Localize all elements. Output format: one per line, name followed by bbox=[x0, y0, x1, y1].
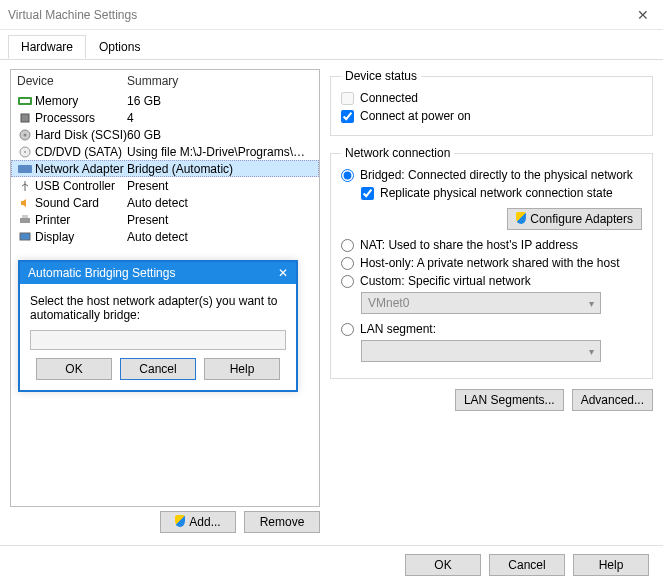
window-title: Virtual Machine Settings bbox=[8, 8, 631, 22]
tab-hardware[interactable]: Hardware bbox=[8, 35, 86, 59]
radio-hostonly[interactable]: Host-only: A private network shared with… bbox=[341, 254, 642, 272]
sound-icon bbox=[17, 196, 33, 210]
modal-ok-button[interactable]: OK bbox=[36, 358, 112, 380]
dialog-footer: OK Cancel Help bbox=[0, 545, 663, 584]
connect-power-checkbox[interactable]: Connect at power on bbox=[341, 107, 642, 125]
replicate-checkbox[interactable]: Replicate physical network connection st… bbox=[361, 184, 642, 202]
col-summary: Summary bbox=[127, 74, 178, 88]
add-button[interactable]: Add... bbox=[160, 511, 236, 533]
row-harddisk[interactable]: Hard Disk (SCSI)60 GB bbox=[11, 126, 319, 143]
row-cddvd[interactable]: CD/DVD (SATA)Using file M:\J-Drive\Progr… bbox=[11, 143, 319, 160]
row-network[interactable]: Network AdapterBridged (Automatic) bbox=[11, 160, 319, 177]
net-legend: Network connection bbox=[341, 146, 454, 160]
tab-strip: Hardware Options bbox=[0, 29, 663, 60]
display-icon bbox=[17, 230, 33, 244]
printer-icon bbox=[17, 213, 33, 227]
row-processors[interactable]: Processors4 bbox=[11, 109, 319, 126]
help-button[interactable]: Help bbox=[573, 554, 649, 576]
tab-options[interactable]: Options bbox=[86, 35, 153, 59]
cancel-button[interactable]: Cancel bbox=[489, 554, 565, 576]
network-icon bbox=[17, 162, 33, 176]
modal-text: Select the host network adapter(s) you w… bbox=[30, 294, 286, 322]
col-device: Device bbox=[17, 74, 127, 88]
list-header: Device Summary bbox=[11, 70, 319, 92]
radio-lansegment[interactable]: LAN segment: bbox=[341, 320, 642, 338]
modal-help-button[interactable]: Help bbox=[204, 358, 280, 380]
svg-rect-9 bbox=[22, 215, 28, 218]
chevron-down-icon: ▾ bbox=[589, 346, 594, 357]
ok-button[interactable]: OK bbox=[405, 554, 481, 576]
connected-checkbox[interactable]: Connected bbox=[341, 89, 642, 107]
lan-segments-button[interactable]: LAN Segments... bbox=[455, 389, 564, 411]
network-connection-group: Network connection Bridged: Connected di… bbox=[330, 146, 653, 379]
shield-icon bbox=[516, 212, 526, 227]
bridging-modal: Automatic Bridging Settings ✕ Select the… bbox=[18, 260, 298, 392]
modal-close-icon[interactable]: ✕ bbox=[278, 266, 288, 280]
cpu-icon bbox=[17, 111, 33, 125]
adapter-list-input[interactable] bbox=[30, 330, 286, 350]
row-usb[interactable]: USB ControllerPresent bbox=[11, 177, 319, 194]
memory-icon bbox=[17, 94, 33, 108]
modal-cancel-button[interactable]: Cancel bbox=[120, 358, 196, 380]
svg-point-6 bbox=[24, 151, 26, 153]
disk-icon bbox=[17, 128, 33, 142]
advanced-button[interactable]: Advanced... bbox=[572, 389, 653, 411]
modal-title: Automatic Bridging Settings bbox=[28, 266, 175, 280]
close-icon[interactable]: ✕ bbox=[631, 7, 655, 23]
row-display[interactable]: DisplayAuto detect bbox=[11, 228, 319, 245]
svg-rect-2 bbox=[21, 114, 29, 122]
svg-point-4 bbox=[24, 133, 27, 136]
device-status-group: Device status Connected Connect at power… bbox=[330, 69, 653, 136]
row-sound[interactable]: Sound CardAuto detect bbox=[11, 194, 319, 211]
vmnet-dropdown[interactable]: VMnet0▾ bbox=[361, 292, 601, 314]
usb-icon bbox=[17, 179, 33, 193]
remove-button[interactable]: Remove bbox=[244, 511, 320, 533]
configure-adapters-button[interactable]: Configure Adapters bbox=[507, 208, 642, 230]
svg-rect-7 bbox=[18, 165, 32, 173]
lanseg-dropdown[interactable]: ▾ bbox=[361, 340, 601, 362]
cd-icon bbox=[17, 145, 33, 159]
status-legend: Device status bbox=[341, 69, 421, 83]
shield-icon bbox=[175, 515, 185, 530]
radio-custom[interactable]: Custom: Specific virtual network bbox=[341, 272, 642, 290]
svg-rect-1 bbox=[20, 99, 30, 103]
radio-bridged[interactable]: Bridged: Connected directly to the physi… bbox=[341, 166, 642, 184]
chevron-down-icon: ▾ bbox=[589, 298, 594, 309]
svg-rect-10 bbox=[20, 233, 30, 240]
row-printer[interactable]: PrinterPresent bbox=[11, 211, 319, 228]
radio-nat[interactable]: NAT: Used to share the host's IP address bbox=[341, 236, 642, 254]
title-bar: Virtual Machine Settings ✕ bbox=[0, 0, 663, 30]
row-memory[interactable]: Memory16 GB bbox=[11, 92, 319, 109]
svg-rect-8 bbox=[20, 218, 30, 223]
